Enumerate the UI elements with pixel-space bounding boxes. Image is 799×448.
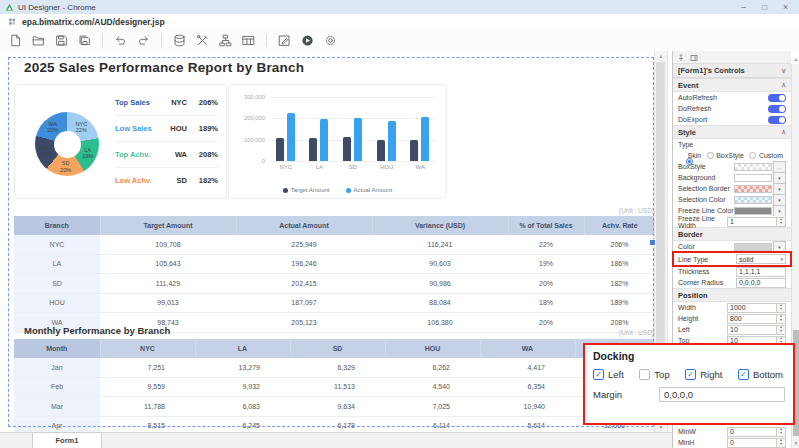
- color-swatch[interactable]: [734, 163, 772, 171]
- color-swatch[interactable]: [734, 196, 772, 204]
- new-file-icon[interactable]: [7, 32, 24, 49]
- property-label: Width: [678, 304, 696, 311]
- close-button[interactable]: ×: [783, 0, 788, 14]
- spinner-buttons[interactable]: ▲▼: [777, 303, 786, 313]
- dock-layout-icon[interactable]: [690, 54, 698, 62]
- data-grid-icon[interactable]: [240, 32, 257, 49]
- value-input[interactable]: [727, 303, 777, 313]
- x-axis-label: SD: [338, 164, 368, 170]
- y-axis-tick: 300,000: [233, 94, 265, 100]
- spinner-buttons[interactable]: ▲▼: [777, 325, 786, 335]
- minimize-button[interactable]: –: [741, 0, 746, 14]
- kpi-value: 206%: [199, 98, 218, 107]
- value-input[interactable]: [727, 427, 777, 437]
- table-cell: 18%: [508, 293, 584, 313]
- color-swatch[interactable]: [734, 243, 772, 251]
- save-icon[interactable]: [53, 32, 70, 49]
- radio-option-skin[interactable]: Skin: [678, 152, 701, 159]
- database-icon[interactable]: [171, 32, 188, 49]
- overview-card[interactable]: NYC22%LA19%SD20%HOU18%WA20% Top SalesNYC…: [14, 84, 227, 199]
- spinner-buttons[interactable]: ▲▼: [777, 427, 786, 437]
- x-axis-label: HOU: [372, 164, 402, 170]
- column-header: WA: [480, 339, 575, 358]
- panel-title-bar[interactable]: [Form1]'s Controls ∨: [673, 64, 791, 78]
- color-swatch[interactable]: [734, 174, 772, 182]
- value-input[interactable]: [727, 314, 777, 324]
- save-all-icon[interactable]: [76, 32, 93, 49]
- scroll-down-icon[interactable]: ▼: [792, 438, 799, 448]
- toolbar-separator: [102, 34, 103, 47]
- section-header-style[interactable]: Style∧: [673, 125, 791, 139]
- edit-icon[interactable]: [276, 32, 293, 49]
- radio-option-boxstyle[interactable]: BoxStyle: [707, 152, 744, 159]
- property-label: Thickness: [678, 268, 710, 275]
- redo-icon[interactable]: [135, 32, 152, 49]
- dock-checkbox-top[interactable]: Top: [639, 369, 669, 380]
- value-input[interactable]: [727, 325, 777, 335]
- undo-icon[interactable]: [112, 32, 129, 49]
- property-row-selection-color: Selection Color▾: [673, 194, 791, 205]
- value-input[interactable]: [736, 278, 786, 288]
- table-cell: 19%: [508, 254, 584, 274]
- bar-chart-card[interactable]: 300,000200,000100,0000NYCLASDHOUWA Targe…: [228, 84, 447, 199]
- value-input[interactable]: [727, 217, 777, 227]
- report-title: 2025 Sales Performance Report by Branch: [24, 60, 304, 75]
- dock-checkbox-right[interactable]: ✓Right: [685, 369, 722, 380]
- section-header-border[interactable]: Border: [673, 227, 791, 241]
- row-header-cell: Mar: [14, 397, 100, 417]
- radio-icon: [707, 152, 714, 159]
- spinner-buttons[interactable]: ▲▼: [777, 217, 786, 227]
- row-control: ▲▼: [727, 427, 786, 437]
- property-label: Background: [678, 174, 715, 181]
- color-swatch[interactable]: [734, 185, 772, 193]
- tab-form1[interactable]: Form1: [32, 432, 102, 448]
- property-label: BoxStyle: [678, 163, 706, 170]
- radio-icon: [749, 152, 756, 159]
- scroll-up-icon[interactable]: ▲: [655, 51, 667, 61]
- donut-hole: [54, 131, 81, 158]
- row-header-cell: SD: [14, 274, 100, 294]
- settings-icon[interactable]: [322, 32, 339, 49]
- toggle-switch[interactable]: [768, 116, 786, 124]
- run-icon[interactable]: [299, 32, 316, 49]
- tools-icon[interactable]: [194, 32, 211, 49]
- spinner-buttons[interactable]: ▲▼: [777, 314, 786, 324]
- sitemap-icon[interactable]: [217, 32, 234, 49]
- color-swatch[interactable]: [734, 207, 772, 215]
- radio-option-custom[interactable]: Custom: [749, 152, 783, 159]
- margin-input[interactable]: [659, 387, 785, 402]
- spinner-buttons[interactable]: ▲▼: [777, 438, 786, 448]
- checkbox-label: Top: [654, 369, 669, 380]
- dropdown-button[interactable]: ▾: [773, 205, 786, 217]
- pin-icon[interactable]: [677, 54, 685, 62]
- section-header-event[interactable]: Event∧: [673, 78, 791, 92]
- open-folder-icon[interactable]: [30, 32, 47, 49]
- property-row-doexport: DoExport: [673, 114, 791, 125]
- value-input[interactable]: [727, 438, 777, 448]
- radio-label: Skin: [688, 152, 702, 159]
- table-cell: 186%: [584, 254, 655, 274]
- donut-label: LA19%: [82, 147, 93, 160]
- donut-chart[interactable]: NYC22%LA19%SD20%HOU18%WA20%: [35, 112, 99, 176]
- bar-actual-amount: [354, 118, 362, 161]
- dropdown-button[interactable]: ▾: [773, 241, 786, 253]
- dock-checkbox-bottom[interactable]: ✓Bottom: [738, 369, 783, 380]
- select-box[interactable]: solid▾: [736, 254, 786, 264]
- value-input[interactable]: [736, 267, 786, 277]
- scroll-up-icon[interactable]: ▲: [792, 54, 799, 64]
- dock-checkbox-left[interactable]: ✓Left: [593, 369, 624, 380]
- toggle-switch[interactable]: [768, 105, 786, 113]
- table-cell: 6,354: [480, 377, 575, 397]
- maximize-button[interactable]: □: [762, 0, 767, 14]
- section-header-position[interactable]: Position: [673, 288, 791, 302]
- row-control: [736, 278, 786, 288]
- toggle-switch[interactable]: [768, 94, 786, 102]
- resize-handle-right[interactable]: [649, 239, 656, 246]
- donut-label: NYC22%: [76, 120, 88, 133]
- url-text: epa.bimatrix.com/AUD/designer.jsp: [22, 17, 165, 27]
- column-header: HOU: [385, 339, 480, 358]
- designer-canvas[interactable]: 2025 Sales Performance Report by Branch …: [0, 51, 672, 432]
- column-header: Variance (USD): [372, 216, 508, 235]
- url-bar[interactable]: epa.bimatrix.com/AUD/designer.jsp: [0, 14, 799, 30]
- gridline: [269, 161, 437, 162]
